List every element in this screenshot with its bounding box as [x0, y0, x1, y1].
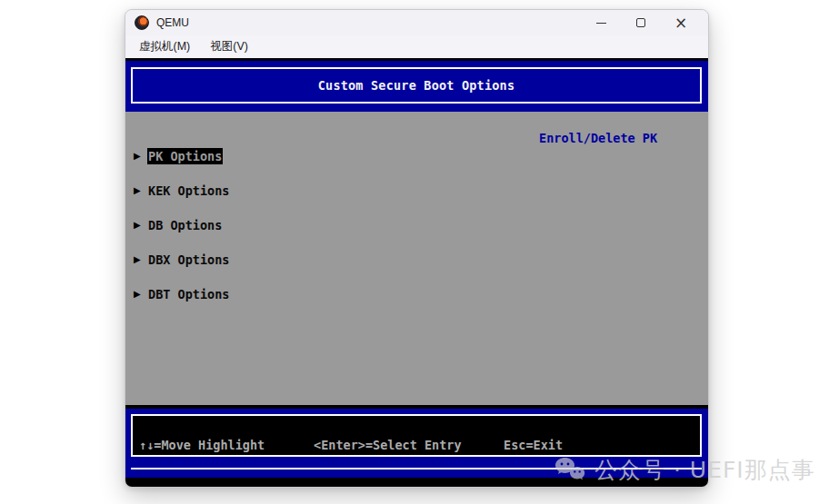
menu-item-label: KEK Options	[147, 183, 230, 199]
menu-item-label: DB Options	[147, 217, 223, 233]
menu-item-label: DBT Options	[147, 286, 230, 302]
menu-item-label: DBX Options	[147, 252, 230, 268]
menu-item-kek-options[interactable]: ▶ KEK Options	[134, 182, 230, 199]
hint-esc-exit: Esc=Exit	[504, 438, 563, 452]
menu-virtual-machine[interactable]: 虚拟机(M)	[137, 37, 192, 56]
uefi-menu: ▶ PK Options ▶ KEK Options ▶ DB Options …	[134, 147, 230, 302]
uefi-footer-bar: ↑↓=Move Highlight <Enter>=Select Entry E…	[125, 409, 708, 478]
menu-item-pk-options[interactable]: ▶ PK Options	[134, 147, 230, 164]
uefi-page-title: Custom Secure Boot Options	[131, 67, 702, 104]
window-controls: ×	[581, 10, 701, 35]
key-hints-box: ↑↓=Move Highlight <Enter>=Select Entry E…	[131, 414, 702, 457]
submenu-arrow-icon: ▶	[134, 254, 147, 264]
titlebar: QEMU ×	[125, 10, 708, 35]
close-button[interactable]: ×	[661, 10, 701, 35]
submenu-arrow-icon: ▶	[134, 151, 147, 161]
uefi-body: ▶ PK Options ▶ KEK Options ▶ DB Options …	[125, 112, 708, 405]
minimize-button[interactable]	[581, 10, 621, 35]
window-title: QEMU	[156, 16, 581, 29]
menu-item-dbt-options[interactable]: ▶ DBT Options	[134, 285, 230, 302]
maximize-button[interactable]	[621, 10, 661, 35]
menu-item-dbx-options[interactable]: ▶ DBX Options	[134, 251, 230, 268]
hint-select-entry: <Enter>=Select Entry	[314, 438, 462, 452]
menu-view[interactable]: 视图(V)	[208, 37, 250, 56]
maximize-icon	[636, 18, 645, 27]
submenu-arrow-icon: ▶	[134, 289, 147, 299]
close-icon: ×	[674, 15, 687, 31]
submenu-arrow-icon: ▶	[134, 185, 147, 195]
menubar: 虚拟机(M) 视图(V)	[125, 35, 708, 58]
submenu-arrow-icon: ▶	[134, 220, 147, 230]
minimize-icon	[596, 23, 606, 24]
uefi-screen: Custom Secure Boot Options ▶ PK Options …	[125, 58, 708, 488]
qemu-window: QEMU × 虚拟机(M) 视图(V) Custom Secure Boot O…	[125, 9, 709, 488]
context-help-text: Enroll/Delete PK	[539, 131, 657, 145]
menu-item-db-options[interactable]: ▶ DB Options	[134, 216, 230, 233]
footer-separator-line	[131, 468, 702, 469]
uefi-header-bar: Custom Secure Boot Options	[125, 61, 708, 112]
hint-move-highlight: ↑↓=Move Highlight	[139, 438, 265, 452]
menu-item-label: PK Options	[147, 148, 223, 164]
qemu-logo-icon	[135, 15, 149, 30]
